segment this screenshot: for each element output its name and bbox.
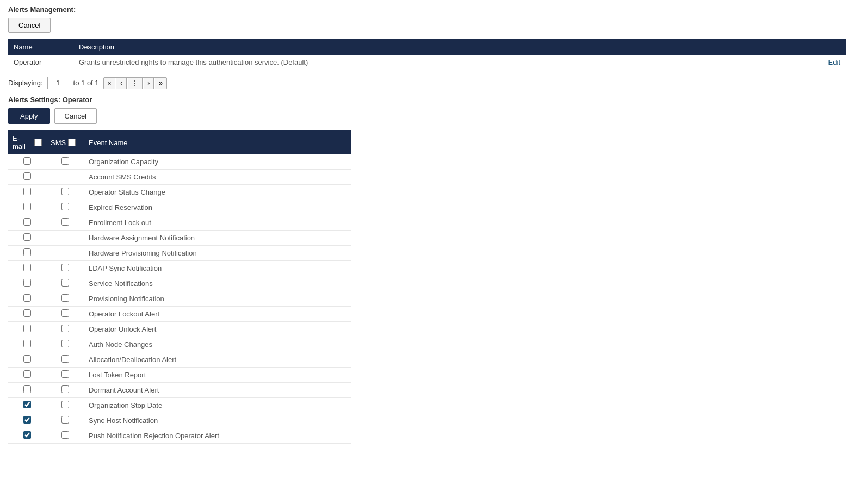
pagination-prev[interactable]: ‹ bbox=[116, 78, 127, 89]
email-cell bbox=[8, 231, 46, 246]
email-select-all-checkbox[interactable] bbox=[34, 139, 42, 146]
alerts-table-header-row: E-mail SMS Event Name bbox=[8, 130, 351, 154]
email-cell bbox=[8, 154, 46, 170]
sms-cell bbox=[46, 215, 84, 231]
pagination-dots[interactable]: ⋮ bbox=[128, 78, 143, 89]
alert-row: Operator Status Change bbox=[8, 185, 351, 200]
sms-select-all-checkbox[interactable] bbox=[68, 139, 76, 146]
email-checkbox[interactable] bbox=[23, 172, 31, 180]
sms-checkbox[interactable] bbox=[61, 264, 69, 271]
pagination-next[interactable]: › bbox=[144, 78, 154, 89]
email-checkbox[interactable] bbox=[23, 416, 31, 424]
event-name-cell: Auth Node Changes bbox=[84, 337, 351, 352]
row-name: Operator bbox=[14, 58, 79, 66]
email-cell bbox=[8, 276, 46, 291]
alert-row: Sync Host Notification bbox=[8, 413, 351, 428]
email-checkbox[interactable] bbox=[23, 355, 31, 363]
sms-cell bbox=[46, 383, 84, 398]
email-checkbox[interactable] bbox=[23, 233, 31, 241]
email-checkbox[interactable] bbox=[23, 340, 31, 347]
header-description: Description bbox=[79, 43, 840, 51]
alert-row: Operator Unlock Alert bbox=[8, 322, 351, 337]
sms-checkbox[interactable] bbox=[61, 340, 69, 347]
sms-cell bbox=[46, 337, 84, 352]
col-event-header: Event Name bbox=[84, 130, 351, 154]
sms-cell bbox=[46, 322, 84, 337]
sms-checkbox[interactable] bbox=[61, 188, 69, 195]
pagination-last[interactable]: » bbox=[155, 78, 166, 89]
sms-cell bbox=[46, 170, 84, 185]
email-cell bbox=[8, 246, 46, 261]
sms-checkbox[interactable] bbox=[61, 401, 69, 408]
alert-row: Provisioning Notification bbox=[8, 291, 351, 307]
alert-row: Organization Capacity bbox=[8, 154, 351, 170]
email-checkbox[interactable] bbox=[23, 385, 31, 393]
email-cell bbox=[8, 383, 46, 398]
sms-checkbox[interactable] bbox=[61, 157, 69, 165]
email-cell bbox=[8, 352, 46, 368]
email-checkbox[interactable] bbox=[23, 203, 31, 210]
email-checkbox[interactable] bbox=[23, 188, 31, 195]
email-checkbox[interactable] bbox=[23, 325, 31, 332]
email-checkbox[interactable] bbox=[23, 218, 31, 226]
alert-row: LDAP Sync Notification bbox=[8, 261, 351, 276]
sms-checkbox[interactable] bbox=[61, 431, 69, 439]
sms-cell bbox=[46, 200, 84, 215]
event-name-cell: Enrollment Lock out bbox=[84, 215, 351, 231]
sms-checkbox[interactable] bbox=[61, 309, 69, 317]
sms-checkbox[interactable] bbox=[61, 203, 69, 210]
event-header-text: Event Name bbox=[89, 139, 128, 147]
sms-cell bbox=[46, 231, 84, 246]
email-cell bbox=[8, 261, 46, 276]
pagination-first[interactable]: « bbox=[104, 78, 116, 89]
sms-checkbox[interactable] bbox=[61, 294, 69, 302]
sms-header-label[interactable]: SMS bbox=[51, 139, 76, 147]
cancel-top-button[interactable]: Cancel bbox=[8, 18, 51, 33]
email-header-label[interactable]: E-mail bbox=[13, 134, 42, 151]
sms-cell bbox=[46, 276, 84, 291]
pagination-controls: « ‹ ⋮ › » bbox=[103, 77, 167, 89]
event-name-cell: Push Notification Rejection Operator Ale… bbox=[84, 428, 351, 444]
email-cell bbox=[8, 215, 46, 231]
alert-row: Operator Lockout Alert bbox=[8, 307, 351, 322]
apply-button[interactable]: Apply bbox=[8, 108, 50, 124]
email-checkbox[interactable] bbox=[23, 248, 31, 256]
email-cell bbox=[8, 413, 46, 428]
event-name-cell: Organization Stop Date bbox=[84, 398, 351, 413]
sms-cell bbox=[46, 398, 84, 413]
email-checkbox[interactable] bbox=[23, 401, 31, 408]
sms-cell bbox=[46, 246, 84, 261]
pagination-input[interactable] bbox=[47, 77, 69, 89]
alert-row: Auth Node Changes bbox=[8, 337, 351, 352]
alert-row: Organization Stop Date bbox=[8, 398, 351, 413]
pagination-total: to 1 of 1 bbox=[73, 79, 99, 87]
email-cell bbox=[8, 398, 46, 413]
pagination-row: Displaying: to 1 of 1 « ‹ ⋮ › » bbox=[8, 77, 846, 89]
sms-cell bbox=[46, 185, 84, 200]
email-checkbox[interactable] bbox=[23, 264, 31, 271]
email-checkbox[interactable] bbox=[23, 279, 31, 287]
email-checkbox[interactable] bbox=[23, 294, 31, 302]
edit-link[interactable]: Edit bbox=[813, 58, 840, 66]
alert-row: Dormant Account Alert bbox=[8, 383, 351, 398]
sms-cell bbox=[46, 428, 84, 444]
sms-checkbox[interactable] bbox=[61, 370, 69, 378]
sms-checkbox[interactable] bbox=[61, 355, 69, 363]
email-checkbox[interactable] bbox=[23, 309, 31, 317]
row-description: Grants unrestricted rights to manage thi… bbox=[79, 58, 813, 66]
cancel-button[interactable]: Cancel bbox=[54, 108, 97, 124]
sms-cell bbox=[46, 352, 84, 368]
email-checkbox[interactable] bbox=[23, 157, 31, 165]
alert-row: Hardware Provisioning Notification bbox=[8, 246, 351, 261]
event-name-cell: Provisioning Notification bbox=[84, 291, 351, 307]
sms-checkbox[interactable] bbox=[61, 385, 69, 393]
sms-checkbox[interactable] bbox=[61, 325, 69, 332]
sms-checkbox[interactable] bbox=[61, 218, 69, 226]
email-cell bbox=[8, 307, 46, 322]
alert-row: Service Notifications bbox=[8, 276, 351, 291]
event-name-cell: Lost Token Report bbox=[84, 368, 351, 383]
email-checkbox[interactable] bbox=[23, 431, 31, 439]
sms-checkbox[interactable] bbox=[61, 279, 69, 287]
sms-checkbox[interactable] bbox=[61, 416, 69, 424]
email-checkbox[interactable] bbox=[23, 370, 31, 378]
